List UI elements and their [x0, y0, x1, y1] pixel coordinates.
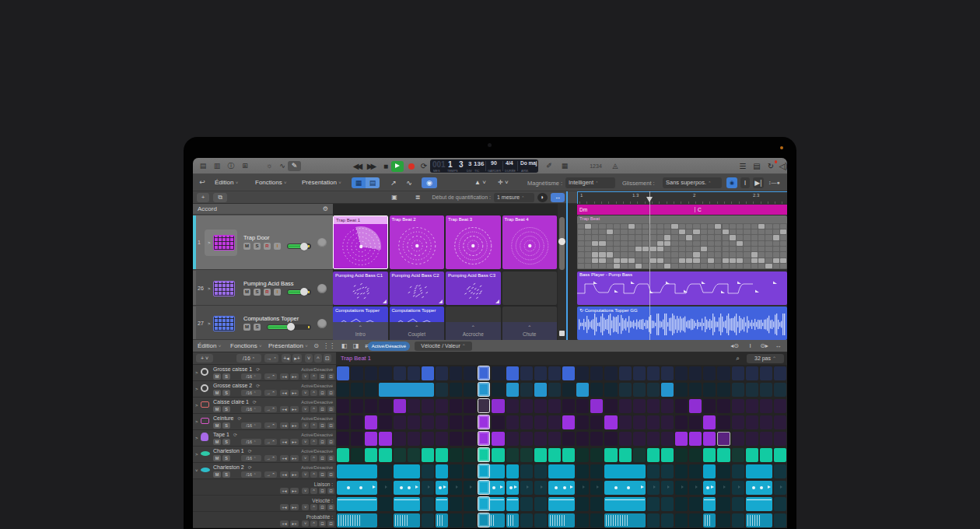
row-mute-button[interactable]: M — [213, 455, 221, 461]
pointer-tool-select[interactable]: ▲ ˅ — [474, 177, 486, 188]
step-cell[interactable] — [337, 464, 377, 478]
step-cell[interactable] — [760, 448, 772, 462]
selected-step-column[interactable] — [478, 415, 491, 429]
editor-icon-a[interactable]: ⊙ — [311, 342, 321, 351]
menu-presentation[interactable]: Présentation ˅ — [302, 177, 341, 188]
step-cell[interactable] — [703, 432, 716, 446]
sub-copy[interactable]: ⊡ — [319, 504, 326, 510]
loop-cell-trap-4[interactable]: Trap Beat 4 — [502, 215, 558, 269]
step-cell[interactable] — [548, 513, 575, 527]
row-mute-button[interactable]: M — [213, 373, 221, 380]
scene-trigger-2[interactable]: ⌃Couplet — [390, 322, 445, 340]
row-nudge-left[interactable]: +◂ — [280, 471, 289, 478]
row-paste[interactable]: ⊡ — [327, 439, 334, 445]
step-cell[interactable] — [703, 448, 716, 462]
selected-step-column[interactable] — [478, 496, 491, 511]
editor-mode-select[interactable]: Vélocité / Valeur ⌃ — [415, 342, 472, 351]
row-up[interactable]: ^ — [310, 471, 317, 478]
play-button[interactable] — [391, 161, 404, 172]
sub-up[interactable]: ^ — [310, 488, 317, 494]
step-cell[interactable] — [661, 383, 674, 397]
step-cell[interactable] — [746, 513, 772, 527]
row-disclosure[interactable]: > — [195, 387, 198, 391]
step-cell[interactable] — [394, 481, 420, 495]
step-cell[interactable] — [534, 448, 547, 462]
editor-icon-b[interactable]: ⋮⋮ — [323, 342, 333, 351]
editor-row-4[interactable]: >Ceinture ⟳Activé/DésactivéMS/16 ⌃→ ⌃+◂▸… — [193, 414, 336, 430]
step-cell[interactable] — [703, 464, 716, 478]
row-copy[interactable]: ⊡ — [319, 471, 326, 478]
undo-icon[interactable]: ↩ — [197, 177, 208, 187]
sub-nudge-left[interactable]: +◂ — [280, 504, 289, 510]
step-cell[interactable] — [379, 432, 391, 446]
row-nudge-right[interactable]: ▸+ — [290, 455, 299, 461]
row-mute-button[interactable]: M — [213, 471, 221, 478]
volume-slider[interactable] — [287, 243, 311, 249]
track-r-button[interactable]: R — [264, 289, 271, 296]
sub-down[interactable]: ˅ — [302, 488, 309, 494]
step-cell[interactable] — [337, 497, 377, 511]
step-cell[interactable] — [506, 513, 519, 527]
editor-row-3[interactable]: >Caisse claire 1 ⟳Activé/DésactivéMS/16 … — [193, 398, 336, 414]
toolbar-browser-icon[interactable]: ▤ — [751, 161, 762, 171]
editor-menu-fonctions[interactable]: Fonctions ˅ — [230, 340, 261, 352]
track-i-button[interactable]: I — [274, 243, 281, 250]
editor-icon-prev[interactable]: ◂⊙ — [730, 342, 740, 351]
toolbar-icon-3[interactable]: ⊞ — [240, 161, 250, 171]
snap-value[interactable]: Intelligent ⌃ — [565, 177, 615, 188]
selected-step-column[interactable] — [478, 464, 491, 478]
row-solo-button[interactable]: S — [222, 390, 230, 396]
pencil-slash-button[interactable]: ✐ — [543, 161, 555, 171]
draw-tool-icon[interactable]: ↗ — [387, 177, 400, 188]
step-cell[interactable] — [436, 448, 448, 462]
division-select[interactable]: /16 ⌃ — [236, 354, 261, 363]
step-cell[interactable] — [379, 448, 391, 462]
step-cell[interactable] — [746, 464, 772, 478]
step-cell[interactable] — [703, 481, 716, 495]
editor-menu-presentation[interactable]: Présentation ˅ — [268, 340, 308, 352]
step-cell[interactable] — [337, 481, 377, 495]
menu-edition[interactable]: Édition ˅ — [215, 177, 238, 188]
volume-slider[interactable] — [287, 289, 311, 295]
loop-cell-empty-1[interactable] — [502, 272, 558, 305]
text-tool-button[interactable]: I — [740, 177, 750, 188]
step-cell[interactable] — [619, 448, 632, 462]
row-rotate[interactable]: → ⌃ — [264, 455, 277, 461]
editor-row-1[interactable]: >Grosse caisse 1 ⟳Activé/DésactivéMS/16 … — [193, 365, 336, 381]
step-cell[interactable] — [534, 383, 547, 397]
row-nudge-right[interactable]: ▸+ — [290, 406, 299, 412]
row-nudge-left[interactable]: +◂ — [280, 390, 289, 396]
half-circle-icon[interactable]: ◗ — [537, 193, 548, 202]
step-cell[interactable] — [576, 383, 589, 397]
sub-up[interactable]: ^ — [310, 520, 317, 527]
editor-icon-d[interactable]: ◨ — [351, 342, 361, 351]
row-up[interactable]: ^ — [310, 455, 317, 461]
selected-step-column[interactable] — [478, 431, 491, 446]
step-cell[interactable] — [746, 497, 772, 511]
count-in-badge[interactable]: 1234 — [586, 161, 606, 171]
row-nudge-right[interactable]: ▸+ — [290, 439, 299, 445]
row-mute-button[interactable]: M — [213, 406, 221, 412]
row-mute-button[interactable]: M — [213, 439, 221, 445]
row-nudge-left[interactable]: +◂ — [280, 455, 289, 461]
stop-all-icon[interactable] — [559, 331, 565, 336]
loops-arrange-divider[interactable] — [566, 191, 568, 340]
clock-icon[interactable] — [558, 238, 565, 245]
step-cell[interactable] — [562, 366, 575, 380]
row-down[interactable]: ˅ — [302, 471, 309, 478]
step-cell[interactable] — [604, 415, 617, 429]
step-cell[interactable] — [604, 481, 645, 495]
row-division[interactable]: /16 ⌃ — [241, 455, 261, 461]
row-disclosure[interactable]: > — [195, 370, 198, 375]
row-down[interactable]: ˅ — [302, 455, 309, 461]
oct-down-button[interactable]: ˅ — [305, 354, 313, 363]
step-cell[interactable] — [548, 481, 575, 495]
row-disclosure[interactable]: > — [195, 436, 198, 440]
track-s-button[interactable]: S — [254, 289, 261, 296]
lcd-display[interactable]: 00113313690GARDER4/4Do majMESTEMPSDIVTIC… — [430, 159, 538, 173]
row-paste[interactable]: ⊡ — [327, 455, 334, 461]
loops-template-icon[interactable]: ▣ — [388, 193, 401, 202]
drag-value[interactable]: Sans superpos. ⌃ — [663, 177, 722, 188]
volume-knob[interactable] — [287, 323, 295, 331]
row-paste[interactable]: ⊡ — [327, 471, 334, 478]
